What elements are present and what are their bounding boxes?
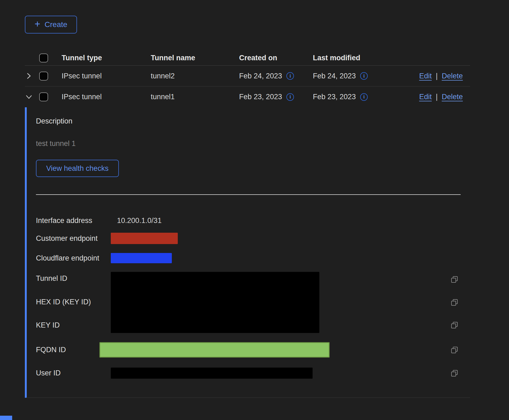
user-id-redaction — [111, 368, 313, 379]
description-value: test tunnel 1 — [36, 139, 461, 148]
info-icon[interactable]: i — [286, 93, 294, 101]
info-icon[interactable]: i — [360, 93, 368, 101]
table-row-tunnel1: IPsec tunnel tunnel1 Feb 23, 2023 i Feb … — [25, 86, 470, 107]
customer-endpoint-row: Customer endpoint — [36, 233, 461, 244]
tunnel-type-cell: IPsec tunnel — [62, 93, 151, 101]
copy-icon[interactable] — [450, 275, 458, 284]
copy-icon[interactable] — [450, 369, 458, 377]
tunnel-name-cell: tunnel2 — [151, 72, 239, 80]
create-button[interactable]: + Create — [25, 16, 77, 34]
row-checkbox[interactable] — [39, 72, 48, 81]
view-health-checks-button[interactable]: View health checks — [36, 160, 119, 177]
tunnel-ids-redaction — [111, 272, 319, 333]
table-header-row: Tunnel type Tunnel name Created on Last … — [25, 50, 470, 66]
interface-address-label: Interface address — [36, 216, 111, 225]
header-last-modified: Last modified — [313, 54, 463, 62]
fqdn-id-row: FQDN ID — [36, 342, 461, 358]
edit-link[interactable]: Edit — [419, 72, 432, 80]
key-id-label: KEY ID — [36, 321, 111, 329]
action-separator: | — [436, 93, 438, 101]
tunnel-ids-section: Tunnel ID HEX ID (KEY ID) KEY ID — [36, 272, 461, 333]
action-separator: | — [436, 72, 438, 80]
delete-link[interactable]: Delete — [442, 72, 463, 80]
plus-icon: + — [35, 19, 40, 29]
page-content: + Create Tunnel type Tunnel name Created… — [25, 0, 470, 398]
info-icon[interactable]: i — [286, 72, 294, 80]
hex-id-label: HEX ID (KEY ID) — [36, 298, 111, 306]
customer-endpoint-label: Customer endpoint — [36, 234, 111, 243]
info-icon[interactable]: i — [360, 72, 368, 80]
tunnels-table: Tunnel type Tunnel name Created on Last … — [25, 50, 470, 398]
delete-link[interactable]: Delete — [442, 93, 463, 101]
section-divider — [36, 194, 461, 195]
customer-endpoint-redaction — [111, 233, 178, 244]
cloudflare-endpoint-redaction — [111, 253, 172, 263]
scroll-accent — [0, 416, 12, 420]
edit-link[interactable]: Edit — [419, 93, 432, 101]
table-row-tunnel2: IPsec tunnel tunnel2 Feb 24, 2023 i Feb … — [25, 66, 470, 86]
chevron-down-icon[interactable] — [25, 93, 33, 101]
user-id-label: User ID — [36, 369, 111, 377]
copy-icon[interactable] — [450, 321, 458, 329]
row-checkbox[interactable] — [39, 92, 48, 101]
chevron-right-icon[interactable] — [25, 72, 33, 80]
copy-icon[interactable] — [450, 298, 458, 306]
last-modified-cell: Feb 24, 2023 — [313, 72, 356, 80]
tunnel-details-panel: Description test tunnel 1 View health ch… — [25, 107, 470, 398]
tunnel-name-cell: tunnel1 — [151, 93, 239, 101]
last-modified-cell: Feb 23, 2023 — [313, 93, 356, 101]
header-created-on: Created on — [239, 54, 313, 62]
header-tunnel-name: Tunnel name — [151, 54, 239, 62]
interface-address-row: Interface address 10.200.1.0/31 — [36, 215, 461, 226]
tunnel-type-cell: IPsec tunnel — [62, 72, 151, 80]
cloudflare-endpoint-row: Cloudflare endpoint — [36, 253, 461, 263]
fqdn-id-redaction — [99, 342, 330, 358]
interface-address-value: 10.200.1.0/31 — [111, 216, 162, 225]
created-on-cell: Feb 24, 2023 — [239, 72, 282, 80]
create-button-label: Create — [45, 20, 67, 29]
tunnels-page: + Create Tunnel type Tunnel name Created… — [0, 0, 509, 420]
select-all-checkbox[interactable] — [39, 54, 48, 62]
created-on-cell: Feb 23, 2023 — [239, 93, 282, 101]
header-tunnel-type: Tunnel type — [62, 54, 151, 62]
tunnel-id-label: Tunnel ID — [36, 274, 111, 283]
description-label: Description — [36, 117, 461, 125]
cloudflare-endpoint-label: Cloudflare endpoint — [36, 254, 111, 262]
user-id-row: User ID — [36, 368, 461, 379]
copy-icon[interactable] — [450, 346, 458, 354]
